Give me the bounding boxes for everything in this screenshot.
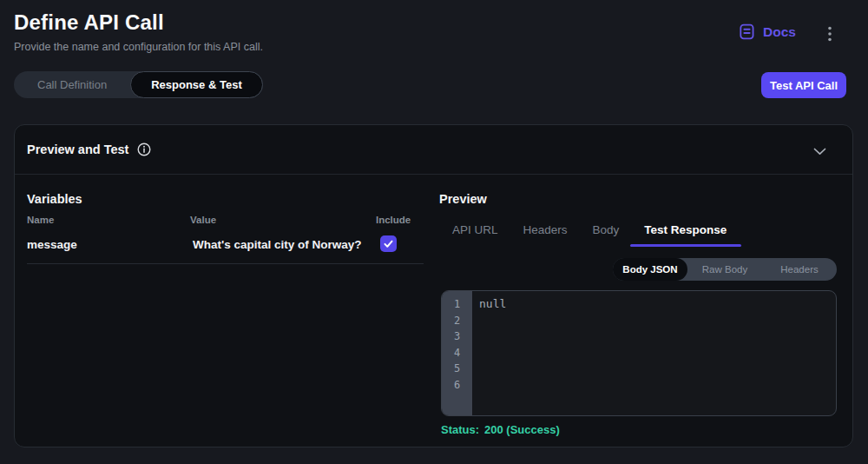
- preview-title: Preview: [439, 192, 487, 206]
- variable-value: What's capital city of Norway?: [193, 238, 362, 251]
- main-tab-group: Call Definition Response & Test: [14, 71, 263, 98]
- docs-label: Docs: [763, 24, 796, 40]
- subtab-raw-body[interactable]: Raw Body: [687, 258, 762, 281]
- check-icon: [383, 238, 394, 249]
- tab-response-and-test[interactable]: Response & Test: [130, 71, 263, 98]
- divider: [27, 263, 424, 264]
- chevron-down-icon[interactable]: [813, 143, 826, 159]
- line-number: 5: [454, 361, 460, 377]
- page-subtitle: Provide the name and configuration for t…: [14, 41, 263, 53]
- line-number: 4: [454, 345, 460, 361]
- status-value: 200 (Success): [484, 423, 560, 436]
- preview-tab-body[interactable]: Body: [593, 223, 620, 236]
- line-number-gutter: 1 2 3 4 5 6: [442, 291, 472, 415]
- docs-icon: [739, 23, 755, 40]
- docs-link[interactable]: Docs: [739, 23, 796, 40]
- panel-title: Preview and Test: [27, 143, 128, 156]
- panel-header[interactable]: Preview and Test: [15, 125, 852, 175]
- response-code-editor[interactable]: 1 2 3 4 5 6 null: [441, 290, 837, 416]
- column-header-include: Include: [376, 215, 411, 225]
- response-body-content: null: [472, 291, 506, 415]
- line-number: 2: [454, 313, 460, 329]
- kebab-menu-icon[interactable]: [823, 24, 837, 43]
- define-api-call-page: Define API Call Provide the name and con…: [0, 0, 868, 464]
- status-label: Status:: [441, 423, 479, 436]
- preview-and-test-panel: Preview and Test Variables Name Value In…: [14, 124, 853, 447]
- preview-tab-api-url[interactable]: API URL: [452, 223, 498, 236]
- panel-body: Variables Name Value Include message Wha…: [15, 175, 852, 447]
- include-checkbox[interactable]: [380, 235, 397, 252]
- subtab-body-json[interactable]: Body JSON: [613, 258, 687, 281]
- line-number: 3: [454, 328, 460, 345]
- variable-name: message: [27, 238, 77, 251]
- line-number: 6: [454, 377, 460, 394]
- status-line: Status:200 (Success): [441, 423, 560, 436]
- subtab-headers[interactable]: Headers: [762, 258, 837, 281]
- tab-call-definition[interactable]: Call Definition: [14, 71, 130, 98]
- preview-tab-test-response[interactable]: Test Response: [644, 223, 727, 236]
- info-icon[interactable]: [137, 143, 151, 156]
- line-number: 1: [454, 296, 460, 313]
- preview-tab-headers[interactable]: Headers: [523, 223, 568, 236]
- variables-title: Variables: [27, 192, 82, 206]
- page-title: Define API Call: [14, 10, 164, 35]
- column-header-value: Value: [190, 215, 216, 225]
- test-api-call-button[interactable]: Test API Call: [761, 72, 846, 98]
- column-header-name: Name: [27, 215, 54, 225]
- preview-tab-bar: API URL Headers Body Test Response: [452, 223, 727, 236]
- response-view-toggle: Body JSON Raw Body Headers: [613, 258, 837, 281]
